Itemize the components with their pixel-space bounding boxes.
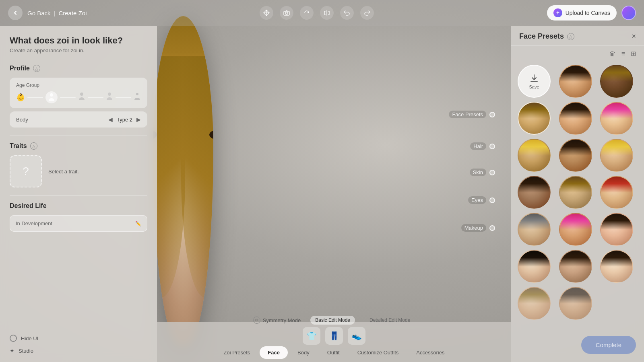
edit-icon: ✏️	[135, 221, 141, 226]
outfit-icons: 👕 👖 👟	[303, 327, 365, 345]
trait-card[interactable]: ?	[10, 155, 42, 187]
preset-item-7[interactable]	[559, 139, 592, 172]
tab-zoi-presets[interactable]: Zoi Presets	[216, 346, 258, 359]
preset-item-12[interactable]	[518, 213, 551, 246]
preset-item-15[interactable]	[518, 250, 551, 283]
toolbar-flip-icon[interactable]	[320, 6, 334, 20]
annotation-eyes[interactable]: Eyes	[468, 196, 495, 204]
nav-title: Go Back | Create Zoi	[27, 10, 87, 16]
preset-item-10[interactable]	[559, 176, 592, 209]
age-figure-3[interactable]	[78, 92, 85, 103]
preset-item-9[interactable]	[518, 176, 551, 209]
age-group-row: Age Group 👶	[10, 78, 147, 108]
tab-accessories[interactable]: Accessories	[408, 346, 452, 359]
preset-item-4[interactable]	[559, 102, 592, 135]
profile-section-header: Profile △	[10, 65, 147, 72]
body-prev-button[interactable]: ◀	[108, 116, 113, 123]
hide-ui-label: Hide UI	[21, 335, 38, 341]
outfit-shirt-icon[interactable]: 👕	[303, 327, 320, 345]
preset-item-2[interactable]	[600, 65, 633, 98]
tab-body[interactable]: Body	[289, 346, 318, 359]
svg-point-1	[285, 12, 288, 14]
avatar-hair-left	[153, 56, 185, 298]
toolbar-undo-icon[interactable]	[340, 6, 354, 20]
tab-outfit[interactable]: Outfit	[319, 346, 348, 359]
mode-bar: ⟳ Symmetry Mode Basic Edit Mode Detailed…	[253, 316, 415, 325]
svg-point-5	[136, 93, 138, 95]
preset-item-8[interactable]	[600, 139, 633, 172]
preset-item-3[interactable]	[518, 102, 551, 135]
preset-item-14[interactable]	[600, 213, 633, 246]
fp-sort-icon[interactable]: ≡	[621, 50, 625, 58]
face-presets-title: Face Presets	[519, 32, 564, 41]
tab-customize-outfits[interactable]: Customize Outfits	[349, 346, 407, 359]
desired-life-title: Desired Life	[10, 202, 47, 210]
body-row: Body ◀ Type 2 ▶	[10, 111, 147, 128]
trait-select-label: Select a trait.	[48, 169, 79, 175]
annotation-face-presets[interactable]: Face Presets	[449, 111, 495, 118]
preset-item-6[interactable]	[518, 139, 551, 172]
preset-item-11[interactable]	[600, 176, 633, 209]
face-presets-warning-icon: △	[567, 33, 574, 40]
preset-item-17[interactable]	[600, 250, 633, 283]
preset-item-16[interactable]	[559, 250, 592, 283]
preset-item-13[interactable]	[559, 213, 592, 246]
upload-to-canvas-button[interactable]: Upload to Canvas	[547, 5, 617, 21]
desired-life-input[interactable]: In Development ✏️	[10, 215, 147, 232]
detailed-edit-mode-button[interactable]: Detailed Edit Mode	[365, 316, 415, 325]
symmetry-mode[interactable]: ⟳ Symmetry Mode	[253, 317, 301, 324]
toolbar-camera-icon[interactable]	[280, 6, 293, 20]
tab-bar: Zoi Presets Face Body Outfit Customize O…	[157, 346, 511, 359]
face-presets-close-button[interactable]: ×	[632, 32, 636, 41]
user-avatar-button[interactable]	[621, 6, 636, 20]
traits-section: Traits △ ? Select a trait.	[10, 142, 147, 187]
age-figure-4[interactable]	[106, 92, 113, 103]
body-next-button[interactable]: ▶	[136, 116, 141, 123]
outfit-shoes-icon[interactable]: 👟	[348, 327, 365, 345]
annotation-hair[interactable]: Hair	[470, 142, 495, 150]
tab-face[interactable]: Face	[260, 346, 288, 359]
toolbar-move-icon[interactable]	[260, 6, 273, 20]
studio-icon: ✦	[10, 348, 14, 354]
hide-ui-row[interactable]: Hide UI	[10, 335, 38, 342]
body-value-area[interactable]: ◀ Type 2 ▶	[108, 116, 141, 123]
symmetry-mode-label: Symmetry Mode	[263, 317, 301, 323]
age-figure-5[interactable]	[134, 92, 141, 103]
back-button[interactable]	[8, 6, 23, 20]
trait-area: ? Select a trait.	[10, 155, 147, 187]
avatar-viewport[interactable]	[153, 0, 213, 362]
upload-btn-label: Upload to Canvas	[566, 10, 610, 16]
toolbar-redo-icon[interactable]	[360, 6, 374, 20]
header-right: Upload to Canvas	[547, 5, 636, 21]
preset-item-18[interactable]	[518, 287, 551, 320]
fp-title-area: Face Presets △	[519, 32, 574, 41]
avatar-hair-right	[181, 56, 213, 298]
age-figure-1[interactable]: 👶	[16, 93, 25, 102]
save-label: Save	[529, 84, 539, 89]
toolbar-rotate-icon[interactable]	[300, 6, 314, 20]
preset-save-item[interactable]: Save	[518, 65, 551, 98]
preset-item-1[interactable]	[559, 65, 592, 98]
top-header: Go Back | Create Zoi	[0, 0, 644, 26]
age-group-label: Age Group	[16, 82, 141, 88]
annotation-makeup[interactable]: Makeup	[461, 224, 495, 232]
fp-delete-icon[interactable]: 🗑	[609, 50, 616, 58]
svg-point-3	[80, 93, 83, 96]
basic-edit-mode-button[interactable]: Basic Edit Mode	[310, 316, 355, 325]
annotation-skin[interactable]: Skin	[470, 169, 495, 176]
preset-item-5[interactable]	[600, 102, 633, 135]
header-left: Go Back | Create Zoi	[8, 6, 87, 20]
age-slider[interactable]: 👶	[16, 91, 141, 103]
preset-item-19[interactable]	[559, 287, 592, 320]
traits-warning-icon: △	[30, 142, 37, 150]
studio-row[interactable]: ✦ Studio	[10, 348, 33, 354]
body-label: Body	[16, 117, 28, 123]
outfit-pants-icon[interactable]: 👖	[325, 327, 343, 345]
hide-ui-toggle[interactable]	[10, 335, 17, 342]
fp-filter-icon[interactable]: ⊞	[631, 50, 636, 58]
svg-point-4	[108, 93, 111, 96]
page-subtitle: Create an appearance for zoi in.	[10, 47, 147, 53]
fp-toolbar: 🗑 ≡ ⊞	[511, 46, 644, 62]
age-figure-2[interactable]	[45, 91, 58, 103]
complete-button[interactable]: Complete	[581, 336, 636, 354]
